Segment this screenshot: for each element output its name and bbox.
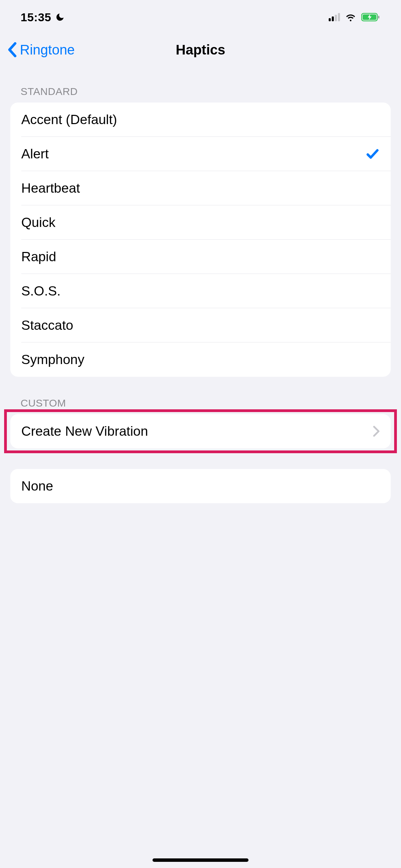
- list-item-label: Alert: [21, 146, 49, 161]
- status-left: 15:35: [21, 11, 65, 24]
- battery-charging-icon: [361, 12, 380, 22]
- focus-moon-icon: [55, 12, 65, 22]
- haptic-row-alert[interactable]: Alert: [10, 137, 391, 171]
- haptic-row-quick[interactable]: Quick: [10, 205, 391, 240]
- nav-bar: Ringtone Haptics: [0, 34, 401, 65]
- none-list: None: [10, 469, 391, 503]
- status-time: 15:35: [21, 11, 51, 24]
- back-button[interactable]: Ringtone: [7, 42, 75, 58]
- cellular-icon: [329, 13, 340, 21]
- content: Standard Accent (Default) Alert Heartbea…: [0, 65, 401, 503]
- haptic-row-staccato[interactable]: Staccato: [10, 308, 391, 342]
- list-item-label: Create New Vibration: [21, 424, 148, 439]
- section-header-standard: Standard: [0, 65, 401, 103]
- list-item-label: Staccato: [21, 318, 73, 333]
- haptic-row-accent[interactable]: Accent (Default): [10, 103, 391, 137]
- list-item-label: Accent (Default): [21, 112, 117, 127]
- status-right: [329, 11, 380, 23]
- haptic-row-heartbeat[interactable]: Heartbeat: [10, 171, 391, 205]
- status-bar: 15:35: [0, 0, 401, 34]
- create-new-vibration[interactable]: Create New Vibration: [10, 414, 391, 448]
- back-label: Ringtone: [20, 42, 75, 58]
- custom-list: Create New Vibration: [10, 414, 391, 448]
- haptic-row-sos[interactable]: S.O.S.: [10, 274, 391, 308]
- standard-list: Accent (Default) Alert Heartbeat Quick R…: [10, 103, 391, 377]
- wifi-icon: [345, 11, 356, 23]
- haptic-row-rapid[interactable]: Rapid: [10, 240, 391, 274]
- page-title: Haptics: [176, 42, 226, 58]
- haptic-row-symphony[interactable]: Symphony: [10, 342, 391, 377]
- list-item-label: None: [21, 479, 53, 494]
- home-indicator[interactable]: [153, 858, 248, 862]
- chevron-left-icon: [7, 42, 17, 57]
- list-item-label: S.O.S.: [21, 284, 61, 299]
- chevron-right-icon: [373, 425, 380, 437]
- list-item-label: Quick: [21, 215, 56, 230]
- list-item-label: Symphony: [21, 352, 84, 367]
- svg-rect-2: [378, 16, 379, 19]
- checkmark-icon: [365, 147, 380, 161]
- list-item-label: Rapid: [21, 249, 56, 264]
- list-item-label: Heartbeat: [21, 181, 80, 196]
- section-header-custom: Custom: [0, 377, 401, 414]
- haptic-row-none[interactable]: None: [10, 469, 391, 503]
